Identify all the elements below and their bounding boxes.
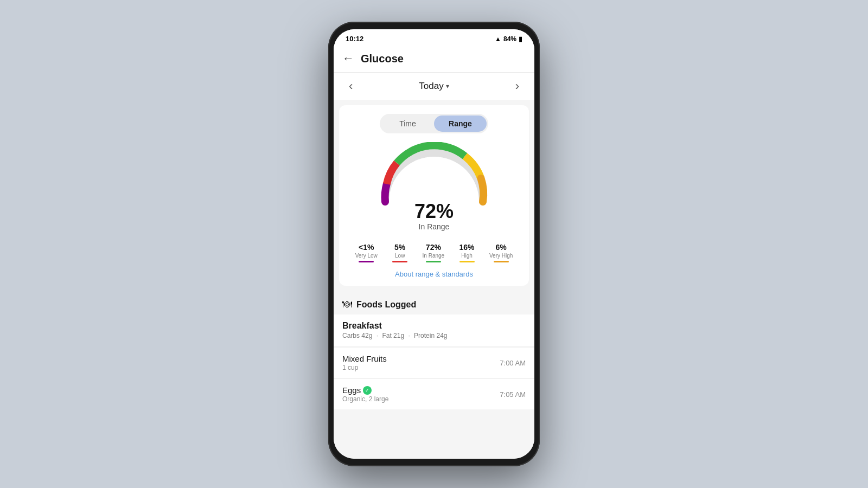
foods-section-header: 🍽 Foods Logged xyxy=(334,291,534,314)
food-info-mixed-fruits: Mixed Fruits 1 cup xyxy=(342,354,387,371)
high-label: High xyxy=(461,253,473,259)
tab-time[interactable]: Time xyxy=(381,115,434,132)
status-icons: ▲ 84% ▮ xyxy=(495,35,522,43)
verified-icon: ✓ xyxy=(363,386,372,395)
in-range-label: In Range xyxy=(423,253,445,259)
very-high-percent: 6% xyxy=(496,243,507,252)
phone-wrapper: 10:12 ▲ 84% ▮ ← Glucose ‹ Today ▾ › xyxy=(328,22,540,466)
very-low-percent: <1% xyxy=(359,243,374,252)
food-portion-mixed-fruits: 1 cup xyxy=(342,364,387,371)
status-time: 10:12 xyxy=(346,35,363,43)
low-label: Low xyxy=(395,253,405,259)
dropdown-icon: ▾ xyxy=(446,82,449,90)
gauge-label: In Range xyxy=(414,222,454,231)
gauge-svg xyxy=(374,142,494,207)
app-header: ← Glucose xyxy=(334,46,534,73)
back-button[interactable]: ← xyxy=(342,52,354,66)
high-line xyxy=(459,261,475,262)
food-name-eggs: Eggs ✓ xyxy=(342,386,388,395)
stat-very-low: <1% Very Low xyxy=(355,243,378,262)
food-time-mixed-fruits: 7:00 AM xyxy=(500,359,526,367)
stat-high: 16% High xyxy=(459,243,475,262)
foods-section-title: Foods Logged xyxy=(356,300,416,310)
view-tabs: Time Range xyxy=(380,114,488,133)
tab-range[interactable]: Range xyxy=(434,115,487,132)
prev-day-button[interactable]: ‹ xyxy=(344,79,357,93)
date-navigation: ‹ Today ▾ › xyxy=(334,73,534,100)
range-stats: <1% Very Low 5% Low 72% In Range xyxy=(348,237,520,262)
about-range-link[interactable]: About range & standards xyxy=(348,270,520,278)
food-time-eggs: 7:05 AM xyxy=(500,390,526,399)
very-high-line xyxy=(494,261,509,262)
stat-in-range: 72% In Range xyxy=(423,243,445,262)
stat-low: 5% Low xyxy=(392,243,407,262)
food-item-mixed-fruits[interactable]: Mixed Fruits 1 cup 7:00 AM xyxy=(334,347,534,378)
stat-very-high: 6% Very High xyxy=(489,243,513,262)
date-selector[interactable]: Today ▾ xyxy=(419,81,449,92)
foods-icon: 🍽 xyxy=(342,299,352,310)
breakfast-group: Breakfast Carbs 42g · Fat 21g · Protein … xyxy=(334,314,534,346)
food-info-eggs: Eggs ✓ Organic, 2 large xyxy=(342,386,388,403)
low-line xyxy=(392,261,407,262)
gauge-center: 72% In Range xyxy=(414,202,454,231)
high-percent: 16% xyxy=(459,243,475,252)
meal-name-breakfast: Breakfast xyxy=(342,321,526,331)
food-portion-eggs: Organic, 2 large xyxy=(342,395,388,403)
food-name-mixed-fruits: Mixed Fruits xyxy=(342,354,387,363)
in-range-percent: 72% xyxy=(426,243,441,252)
gauge-percent: 72% xyxy=(414,202,454,221)
range-chart-card: Time Range xyxy=(339,105,529,286)
current-date: Today xyxy=(419,81,443,92)
gauge-chart: 72% In Range xyxy=(348,142,520,231)
phone-screen: 10:12 ▲ 84% ▮ ← Glucose ‹ Today ▾ › xyxy=(334,29,534,459)
low-percent: 5% xyxy=(394,243,405,252)
page-title: Glucose xyxy=(361,53,404,65)
very-low-label: Very Low xyxy=(355,253,378,259)
status-bar: 10:12 ▲ 84% ▮ xyxy=(334,29,534,46)
signal-icon: ▲ xyxy=(495,35,501,43)
battery-percent: 84% xyxy=(503,35,516,43)
food-item-eggs[interactable]: Eggs ✓ Organic, 2 large 7:05 AM xyxy=(334,378,534,409)
battery-icon: ▮ xyxy=(519,35,522,43)
in-range-line xyxy=(426,261,441,262)
scroll-content: ‹ Today ▾ › Time Range xyxy=(334,73,534,459)
very-low-line xyxy=(359,261,374,262)
meal-macros-breakfast: Carbs 42g · Fat 21g · Protein 24g xyxy=(342,332,526,339)
next-day-button[interactable]: › xyxy=(511,79,524,93)
very-high-label: Very High xyxy=(489,253,513,259)
